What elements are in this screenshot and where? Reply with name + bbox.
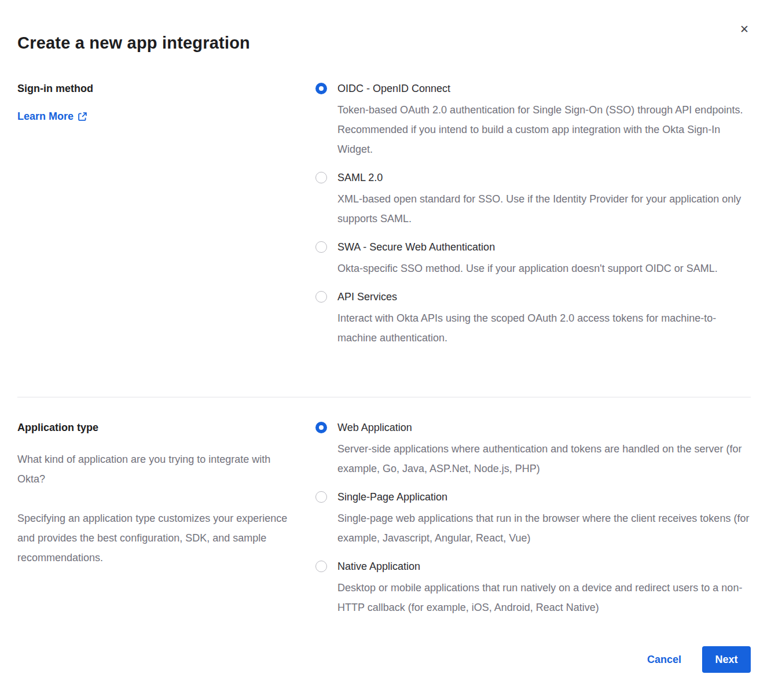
signin-method-label: Sign-in method xyxy=(17,82,289,95)
signin-method-options: OIDC - OpenID Connect Token-based OAuth … xyxy=(315,82,751,359)
dialog-title: Create a new app integration xyxy=(17,34,250,53)
application-type-options: Web Application Server-side applications… xyxy=(315,421,751,629)
option-single-page-application[interactable]: Single-Page Application Single-page web … xyxy=(315,490,751,548)
application-type-left-column: Application type What kind of applicatio… xyxy=(17,421,315,568)
option-swa-description: Okta-specific SSO method. Use if your ap… xyxy=(337,259,751,278)
cancel-button[interactable]: Cancel xyxy=(647,654,681,666)
option-saml-label: SAML 2.0 xyxy=(337,171,751,185)
application-type-question: What kind of application are you trying … xyxy=(17,450,289,489)
option-native-application-label: Native Application xyxy=(337,559,751,573)
option-single-page-application-label: Single-Page Application xyxy=(337,490,751,504)
radio-icon-swa[interactable] xyxy=(315,241,327,253)
option-saml-description: XML-based open standard for SSO. Use if … xyxy=(337,189,751,229)
application-type-section: Application type What kind of applicatio… xyxy=(17,421,751,629)
application-type-help-text: Specifying an application type customize… xyxy=(17,509,289,568)
option-single-page-application-description: Single-page web applications that run in… xyxy=(337,509,751,548)
option-web-application[interactable]: Web Application Server-side applications… xyxy=(315,421,751,478)
radio-icon-single-page-application[interactable] xyxy=(315,491,327,503)
signin-method-section: Sign-in method Learn More OIDC - OpenID … xyxy=(17,82,751,359)
option-native-application-description: Desktop or mobile applications that run … xyxy=(337,578,751,617)
learn-more-label: Learn More xyxy=(17,110,74,123)
signin-method-left-column: Sign-in method Learn More xyxy=(17,82,315,123)
radio-icon-native-application[interactable] xyxy=(315,561,327,572)
option-web-application-description: Server-side applications where authentic… xyxy=(337,439,751,478)
option-oidc-description: Token-based OAuth 2.0 authentication for… xyxy=(337,100,751,159)
external-link-icon xyxy=(78,112,87,121)
radio-icon-saml[interactable] xyxy=(315,172,327,183)
learn-more-link[interactable]: Learn More xyxy=(17,110,87,123)
create-app-integration-dialog: ✕ Create a new app integration Sign-in m… xyxy=(0,0,771,700)
next-button[interactable]: Next xyxy=(702,646,751,673)
dialog-footer: Cancel Next xyxy=(647,646,751,673)
option-oidc[interactable]: OIDC - OpenID Connect Token-based OAuth … xyxy=(315,82,751,159)
option-api-services[interactable]: API Services Interact with Okta APIs usi… xyxy=(315,290,751,348)
section-divider xyxy=(17,397,751,397)
option-web-application-label: Web Application xyxy=(337,421,751,434)
option-native-application[interactable]: Native Application Desktop or mobile app… xyxy=(315,559,751,617)
option-swa[interactable]: SWA - Secure Web Authentication Okta-spe… xyxy=(315,240,751,278)
option-swa-label: SWA - Secure Web Authentication xyxy=(337,240,751,254)
application-type-label: Application type xyxy=(17,421,289,434)
option-api-services-description: Interact with Okta APIs using the scoped… xyxy=(337,308,751,348)
option-api-services-label: API Services xyxy=(337,290,751,304)
close-icon[interactable]: ✕ xyxy=(736,21,752,37)
option-oidc-label: OIDC - OpenID Connect xyxy=(337,82,751,95)
option-saml[interactable]: SAML 2.0 XML-based open standard for SSO… xyxy=(315,171,751,229)
radio-icon-api-services[interactable] xyxy=(315,291,327,303)
radio-icon-web-application[interactable] xyxy=(315,422,327,433)
radio-icon-oidc[interactable] xyxy=(315,83,327,94)
